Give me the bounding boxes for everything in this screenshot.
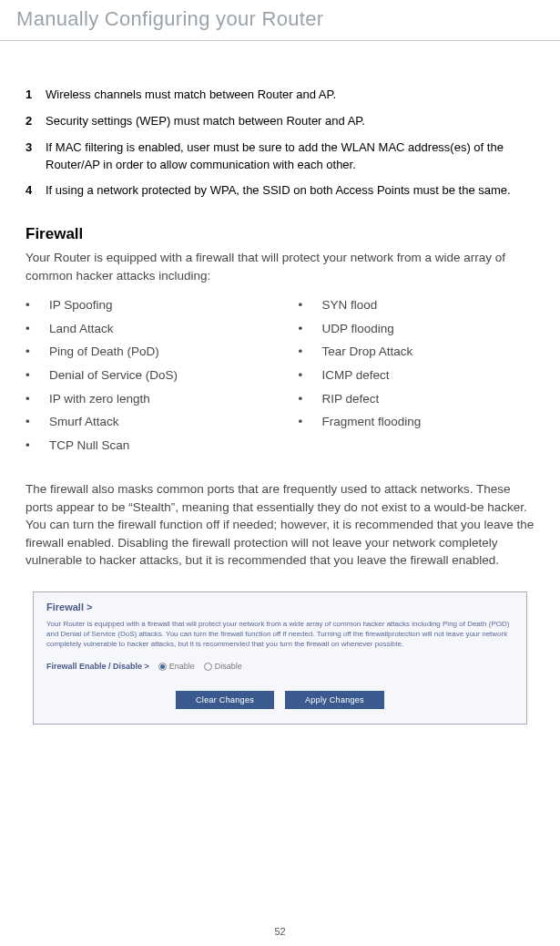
list-item-label: SYN flood (322, 297, 378, 314)
firewall-paragraph: The firewall also masks common ports tha… (25, 480, 535, 570)
list-item-label: Smurf Attack (49, 414, 119, 430)
list-item: •ICMP defect (299, 367, 535, 384)
step-number: 3 (25, 139, 46, 174)
list-item: •IP Spoofing (25, 297, 262, 314)
radio-icon (204, 663, 212, 671)
list-item-label: ICMP defect (322, 367, 390, 384)
list-item-label: TCP Null Scan (49, 437, 129, 454)
list-item: •RIP defect (299, 391, 535, 407)
firewall-intro: Your Router is equipped with a firewall … (25, 249, 535, 284)
firewall-heading: Firewall (25, 225, 535, 243)
list-item: •Fragment flooding (299, 414, 535, 430)
firewall-screenshot: Firewall > Your Router is equipped with … (33, 591, 527, 725)
step-text: Wireless channels must match between Rou… (46, 87, 535, 104)
attack-list-right: •SYN flood •UDP flooding •Tear Drop Atta… (299, 297, 535, 460)
enable-radio[interactable]: Enable (158, 662, 195, 671)
numbered-steps: 1 Wireless channels must match between R… (25, 87, 535, 200)
step-text: If using a network protected by WPA, the… (46, 182, 535, 200)
list-item: •UDP flooding (299, 321, 535, 337)
list-item: •IP with zero length (25, 391, 262, 407)
screenshot-heading: Firewall > (46, 602, 514, 612)
step-number: 1 (25, 87, 46, 104)
list-item-label: Ping of Death (PoD) (49, 344, 159, 360)
list-item-label: Fragment flooding (322, 414, 422, 430)
list-item-label: Tear Drop Attack (322, 344, 413, 360)
attack-list-left: •IP Spoofing •Land Attack •Ping of Death… (25, 297, 262, 460)
list-item-label: IP Spoofing (49, 297, 113, 314)
main-content: 1 Wireless channels must match between R… (0, 41, 560, 725)
list-item-label: Denial of Service (DoS) (49, 367, 178, 384)
step-text: Security settings (WEP) must match betwe… (46, 113, 535, 130)
list-item: •Ping of Death (PoD) (25, 344, 262, 360)
step-item: 3 If MAC filtering is enabled, user must… (25, 139, 535, 174)
firewall-toggle-label: Firewall Enable / Disable > (46, 662, 149, 671)
step-text: If MAC filtering is enabled, user must b… (46, 139, 535, 174)
step-number: 4 (25, 182, 46, 200)
page-title: Manually Configuring your Router (0, 0, 560, 41)
list-item: •SYN flood (299, 297, 535, 314)
clear-changes-button[interactable]: Clear Changes (176, 691, 274, 709)
step-item: 1 Wireless channels must match between R… (25, 87, 535, 104)
step-number: 2 (25, 113, 46, 130)
screenshot-description: Your Router is equipped with a firewall … (46, 620, 514, 649)
apply-changes-button[interactable]: Apply Changes (285, 691, 384, 709)
attack-list-columns: •IP Spoofing •Land Attack •Ping of Death… (25, 297, 535, 460)
step-item: 2 Security settings (WEP) must match bet… (25, 113, 535, 130)
list-item-label: Land Attack (49, 321, 114, 337)
radio-icon (158, 663, 167, 671)
list-item-label: UDP flooding (322, 321, 394, 337)
list-item: •Denial of Service (DoS) (25, 367, 262, 384)
screenshot-firewall-toggle-row: Firewall Enable / Disable > Enable Disab… (46, 662, 514, 671)
disable-radio[interactable]: Disable (204, 662, 242, 671)
list-item: •TCP Null Scan (25, 437, 262, 454)
list-item-label: RIP defect (322, 391, 380, 407)
list-item: •Land Attack (25, 321, 262, 337)
list-item: •Tear Drop Attack (299, 344, 535, 360)
list-item-label: IP with zero length (49, 391, 150, 407)
page-number: 52 (0, 926, 560, 937)
step-item: 4 If using a network protected by WPA, t… (25, 182, 535, 200)
enable-radio-label: Enable (169, 662, 195, 671)
list-item: •Smurf Attack (25, 414, 262, 430)
screenshot-buttons: Clear Changes Apply Changes (46, 691, 514, 709)
disable-radio-label: Disable (215, 662, 242, 671)
